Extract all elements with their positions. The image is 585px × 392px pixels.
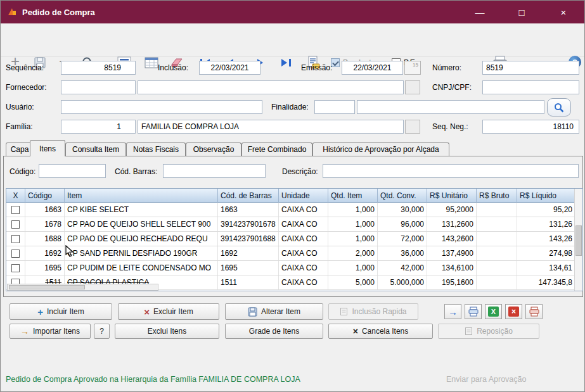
- familia-name-input[interactable]: [138, 120, 404, 134]
- close-button[interactable]: ×: [543, 1, 584, 23]
- descricao-filter-input[interactable]: [323, 164, 579, 178]
- emissao-label: Emissão:: [301, 63, 332, 72]
- tab-frete-combinado[interactable]: Frete Combinado: [241, 142, 312, 156]
- importar-itens-button[interactable]: →Importar Itens: [10, 324, 91, 339]
- tab-notas-fiscais[interactable]: Notas Fiscais: [126, 142, 186, 156]
- cell-unitario: 143,2600: [427, 232, 477, 246]
- incluir-item-button[interactable]: +Incluir Item: [10, 303, 112, 320]
- tab-itens[interactable]: Itens: [30, 140, 65, 156]
- row-select-cell: [6, 232, 25, 246]
- plus-icon: +: [37, 307, 43, 317]
- horizontal-scrollbar-thumb[interactable]: [9, 285, 85, 289]
- inclusao-input[interactable]: [199, 61, 260, 75]
- cell-liquido: 274,98: [517, 246, 575, 260]
- col-header-unidade[interactable]: Unidade: [279, 189, 328, 203]
- col-header-codigo[interactable]: Código: [25, 189, 65, 203]
- table-row[interactable]: 1695 CP PUDIM DE LEITE CONDENSADO MO 169…: [6, 261, 582, 275]
- arrow-icon: →: [448, 307, 458, 317]
- col-header-barras[interactable]: Cód. de Barras: [218, 189, 279, 203]
- cell-unidade: CAIXA CO: [279, 217, 328, 231]
- app-icon: [7, 7, 17, 17]
- cell-barras: 1692: [218, 246, 279, 260]
- sequencia-input[interactable]: [61, 61, 136, 75]
- last-record-icon[interactable]: [280, 58, 292, 67]
- tab-consulta-item[interactable]: Consulta Item: [65, 142, 126, 156]
- col-header-bruto[interactable]: R$ Bruto: [477, 189, 517, 203]
- col-header-liquido[interactable]: R$ Líquido: [517, 189, 575, 203]
- cell-unitario: 131,2600: [427, 217, 477, 231]
- import-arrow-icon: →: [20, 326, 29, 336]
- familia-lookup-button[interactable]: [405, 120, 420, 134]
- cod-barras-filter-input[interactable]: [163, 164, 266, 178]
- numero-input[interactable]: [482, 61, 579, 75]
- exclui-itens-button[interactable]: Exclui Itens: [115, 324, 219, 339]
- enviar-para-aprovacao-action[interactable]: Enviar para Aprovação: [446, 375, 526, 384]
- cell-barras: 1511: [218, 275, 279, 289]
- horizontal-scrollbar[interactable]: [7, 284, 158, 291]
- col-header-unitario[interactable]: R$ Unitário: [427, 189, 477, 203]
- row-checkbox[interactable]: [11, 220, 20, 229]
- export-button[interactable]: →: [444, 304, 461, 319]
- finalidade-code-input[interactable]: [314, 100, 355, 114]
- cnpj-input[interactable]: [482, 80, 579, 94]
- col-header-x[interactable]: X: [6, 189, 25, 203]
- emissao-input[interactable]: [342, 61, 403, 75]
- seq-neg-input[interactable]: [482, 120, 579, 134]
- magnifier-icon: [553, 102, 565, 113]
- fornecedor-lookup-button[interactable]: [405, 80, 420, 94]
- emissao-calendar-button[interactable]: 15: [404, 61, 421, 75]
- vertical-scrollbar[interactable]: [574, 189, 582, 291]
- cell-item: CP KIBE SELECT: [65, 203, 218, 217]
- codigo-filter-input[interactable]: [39, 164, 106, 178]
- pedido-de-compra-window: Pedido de Compra — □ × + − Pendente P.E.…: [0, 0, 585, 392]
- cell-qtd-conv: 96,000: [378, 217, 427, 231]
- cell-item: CP PAO DE QUEIJO RECHEADO REQU: [65, 232, 218, 246]
- export-excel-button[interactable]: X: [485, 304, 502, 319]
- print-red-button[interactable]: [525, 304, 543, 319]
- alterar-item-button[interactable]: Alterar Item: [225, 303, 323, 320]
- finalidade-search-button[interactable]: [547, 98, 571, 117]
- tab-observacao[interactable]: Observação: [186, 142, 241, 156]
- excluir-item-button[interactable]: ×Excluir Item: [118, 303, 219, 320]
- cell-qtd-item: 1,000: [328, 232, 378, 246]
- row-select-cell: [6, 246, 25, 260]
- cod-barras-filter-label: Cód. Barras:: [115, 167, 157, 176]
- fornecedor-name-input[interactable]: [138, 80, 404, 94]
- maximize-button[interactable]: □: [501, 1, 543, 23]
- row-select-cell: [6, 203, 25, 217]
- cell-liquido: 131,26: [517, 217, 575, 231]
- row-checkbox[interactable]: [11, 235, 20, 243]
- inclusao-rapida-button[interactable]: Inclusão Rapida: [328, 303, 418, 320]
- table-row[interactable]: 1663 CP KIBE SELECT 1663 CAIXA CO 1,000 …: [6, 203, 582, 217]
- table-row[interactable]: 1688 CP PAO DE QUEIJO RECHEADO REQU 3914…: [6, 232, 582, 246]
- grid-icon[interactable]: [145, 57, 158, 68]
- usuario-input[interactable]: [61, 100, 262, 114]
- finalidade-name-input[interactable]: [357, 100, 544, 114]
- cancela-itens-button[interactable]: ×Cancela Itens: [328, 324, 433, 339]
- cell-liquido: 143,26: [517, 232, 575, 246]
- col-header-item[interactable]: Item: [65, 189, 218, 203]
- col-header-qtd-item[interactable]: Qtd. Item: [328, 189, 378, 203]
- print-grid-button[interactable]: [465, 304, 482, 319]
- help-button[interactable]: ?: [94, 324, 110, 339]
- familia-code-input[interactable]: [61, 120, 136, 134]
- fornecedor-code-input[interactable]: [61, 80, 136, 94]
- tab-historico-aprovacao[interactable]: Histórico de Aprovação por Alçada: [312, 142, 449, 156]
- table-row[interactable]: 1678 CP PAO DE QUEIJO SHELL SELECT 900 3…: [6, 217, 582, 232]
- row-checkbox[interactable]: [11, 250, 20, 258]
- cell-unitario: 137,4900: [427, 246, 477, 260]
- col-header-qtd-conv[interactable]: Qtd. Conv.: [378, 189, 427, 203]
- cell-bruto: [477, 246, 517, 260]
- close-grid-button[interactable]: ×: [505, 304, 522, 319]
- vertical-scrollbar-thumb[interactable]: [575, 225, 582, 256]
- reposicao-button[interactable]: Reposição: [438, 324, 539, 339]
- table-row[interactable]: 1692 CP SAND PERNIL DESFIADO 190GR 1692 …: [6, 246, 582, 261]
- minimize-button[interactable]: —: [459, 1, 501, 23]
- row-checkbox[interactable]: [11, 206, 20, 214]
- sequencia-label: Sequência:: [6, 63, 44, 72]
- row-checkbox[interactable]: [11, 264, 20, 272]
- excel-icon: X: [488, 307, 499, 317]
- grade-de-itens-button[interactable]: Grade de Itens: [225, 324, 323, 339]
- cell-liquido: 134,61: [517, 261, 575, 275]
- cell-unidade: CAIXA CO: [279, 246, 328, 260]
